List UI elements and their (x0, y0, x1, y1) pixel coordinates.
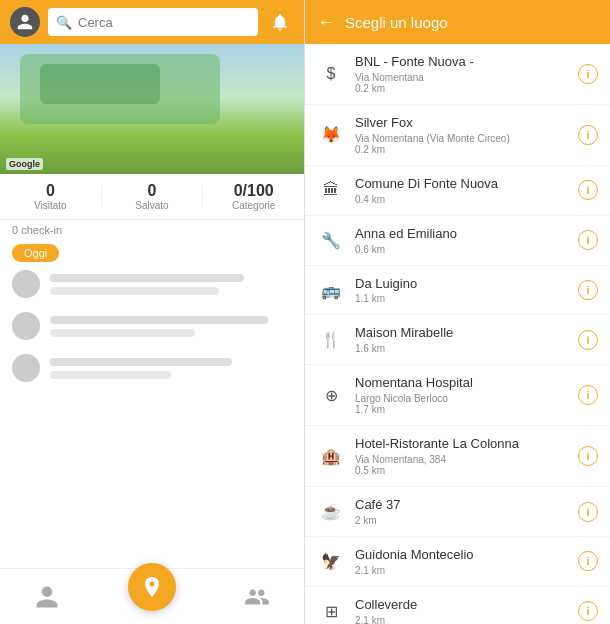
place-item[interactable]: ⊕ Nomentana Hospital Largo Nicola Berloc… (305, 365, 610, 426)
place-sub: Via Nomentana0.2 km (355, 72, 568, 94)
place-sub: 1.1 km (355, 293, 568, 304)
place-info-button[interactable]: i (578, 125, 598, 145)
stats-row: 0 Visitato 0 Salvato 0/100 Categorie (0, 174, 304, 220)
place-sub: 0.6 km (355, 244, 568, 255)
today-button[interactable]: Oggi (12, 244, 59, 262)
place-info-button[interactable]: i (578, 230, 598, 250)
transport-icon: 🚌 (317, 281, 345, 300)
place-sub: Via Nomentana (Via Monte Circeo)0.2 km (355, 133, 568, 155)
place-list: $ BNL - Fonte Nuova - Via Nomentana0.2 k… (305, 44, 610, 624)
place-name: Silver Fox (355, 115, 568, 132)
place-info-button[interactable]: i (578, 385, 598, 405)
place-sub: Largo Nicola Berloco1.7 km (355, 393, 568, 415)
feed-section (0, 266, 304, 568)
search-bar[interactable]: 🔍 (48, 8, 258, 36)
feed-item (12, 270, 292, 298)
area-icon: ⊞ (317, 602, 345, 621)
place-info-button[interactable]: i (578, 601, 598, 621)
right-panel-title: Scegli un luogo (345, 14, 448, 31)
checkin-bar: 0 check-in (0, 220, 304, 240)
place-item[interactable]: $ BNL - Fonte Nuova - Via Nomentana0.2 k… (305, 44, 610, 105)
place-item[interactable]: 🔧 Anna ed Emiliano 0.6 km i (305, 216, 610, 266)
place-info-button[interactable]: i (578, 446, 598, 466)
bank-icon: $ (317, 65, 345, 83)
government-icon: 🏛 (317, 181, 345, 199)
stat-categorie: 0/100 Categorie (203, 182, 304, 211)
stat-salvato: 0 Salvato (102, 182, 203, 211)
place-info-button[interactable]: i (578, 502, 598, 522)
hotel-icon: 🏨 (317, 447, 345, 466)
place-name: Hotel-Ristorante La Colonna (355, 436, 568, 453)
place-sub: Via Nomentana, 3840.5 km (355, 454, 568, 476)
place-info-button[interactable]: i (578, 280, 598, 300)
place-item[interactable]: 🦊 Silver Fox Via Nomentana (Via Monte Ci… (305, 105, 610, 166)
place-sub: 2 km (355, 515, 568, 526)
notification-icon[interactable] (266, 8, 294, 36)
place-item[interactable]: ☕ Café 37 2 km i (305, 487, 610, 537)
feed-item (12, 312, 292, 340)
top-bar: 🔍 (0, 0, 304, 44)
bottom-nav (0, 568, 304, 624)
place-name: Maison Mirabelle (355, 325, 568, 342)
place-name: Comune Di Fonte Nuova (355, 176, 568, 193)
place-sub: 2.1 km (355, 615, 568, 624)
place-item[interactable]: 🚌 Da Luigino 1.1 km i (305, 266, 610, 316)
search-icon: 🔍 (56, 15, 72, 30)
place-item[interactable]: 🦅 Guidonia Montecelio 2.1 km i (305, 537, 610, 587)
place-name: Anna ed Emiliano (355, 226, 568, 243)
place-item[interactable]: 🏨 Hotel-Ristorante La Colonna Via Noment… (305, 426, 610, 487)
place-name: Nomentana Hospital (355, 375, 568, 392)
nav-profile-button[interactable] (34, 584, 60, 610)
tools-icon: 🔧 (317, 231, 345, 250)
place-name: Café 37 (355, 497, 568, 514)
feed-item (12, 354, 292, 382)
place-item[interactable]: 🍴 Maison Mirabelle 1.6 km i (305, 315, 610, 365)
place-info-button[interactable]: i (578, 551, 598, 571)
feed-dot (12, 354, 40, 382)
place-name: Da Luigino (355, 276, 568, 293)
city-icon: 🦅 (317, 552, 345, 571)
restaurant-icon: 🦊 (317, 125, 345, 144)
map-area: Google (0, 44, 304, 174)
feed-dot (12, 270, 40, 298)
back-button[interactable]: ← (317, 12, 335, 33)
search-input[interactable] (78, 15, 250, 30)
place-sub: 0.4 km (355, 194, 568, 205)
right-panel: ← Scegli un luogo $ BNL - Fonte Nuova - … (305, 0, 610, 624)
hospital-icon: ⊕ (317, 386, 345, 405)
feed-dot (12, 312, 40, 340)
place-sub: 2.1 km (355, 565, 568, 576)
today-section: Oggi (0, 240, 304, 266)
place-name: Colleverde (355, 597, 568, 614)
place-name: BNL - Fonte Nuova - (355, 54, 568, 71)
place-info-button[interactable]: i (578, 330, 598, 350)
nav-friends-button[interactable] (244, 584, 270, 610)
place-name: Guidonia Montecelio (355, 547, 568, 564)
google-label: Google (6, 158, 43, 170)
left-panel: 🔍 Google 0 Visitato 0 Salvato 0/100 Cate… (0, 0, 305, 624)
stat-visitato: 0 Visitato (0, 182, 101, 211)
place-sub: 1.6 km (355, 343, 568, 354)
place-info-button[interactable]: i (578, 64, 598, 84)
place-item[interactable]: ⊞ Colleverde 2.1 km i (305, 587, 610, 624)
right-header: ← Scegli un luogo (305, 0, 610, 44)
dining-icon: 🍴 (317, 330, 345, 349)
cafe-icon: ☕ (317, 502, 345, 521)
nav-map-button[interactable] (128, 563, 176, 611)
place-info-button[interactable]: i (578, 180, 598, 200)
avatar[interactable] (10, 7, 40, 37)
place-item[interactable]: 🏛 Comune Di Fonte Nuova 0.4 km i (305, 166, 610, 216)
